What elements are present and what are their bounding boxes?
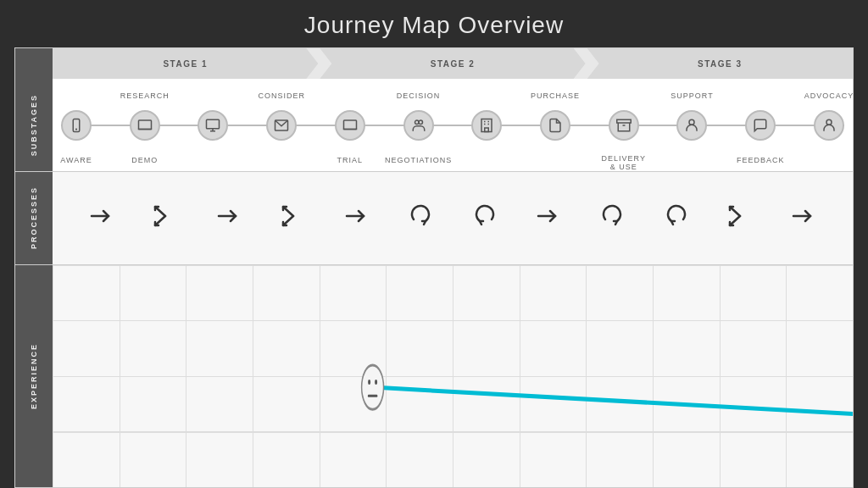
- substage-node-7: PURCHASE: [540, 110, 570, 141]
- svg-rect-2: [138, 120, 151, 130]
- node-label-above-9: SUPPORT: [670, 92, 713, 100]
- stage-1-header: STAGE 1: [53, 48, 318, 79]
- substages-label-cell: SUBSTAGES: [15, 79, 53, 171]
- experience-label: EXPERIENCE: [30, 343, 38, 409]
- node-label-above-1: RESEARCH: [120, 92, 170, 100]
- substage-node-5: DECISIONNEGOTIATIONS: [403, 110, 434, 141]
- stage-spacer: [15, 48, 53, 79]
- substage-node-10: FEEDBACK: [745, 110, 776, 141]
- svg-point-21: [826, 119, 832, 125]
- node-circle-7: [540, 110, 570, 141]
- svg-point-11: [419, 120, 423, 125]
- svg-line-23: [155, 207, 165, 216]
- svg-point-35: [375, 380, 377, 385]
- svg-rect-12: [481, 119, 492, 131]
- node-label-above-5: DECISION: [397, 92, 441, 100]
- svg-rect-8: [343, 120, 356, 130]
- node-label-below-0: AWARE: [60, 156, 92, 164]
- node-label-below-8: DELIVERY & USE: [602, 154, 646, 171]
- process-symbol-3: [280, 200, 307, 236]
- substage-node-6: [471, 110, 502, 141]
- experience-chart: [53, 265, 853, 487]
- processes-label-cell: PROCESSES: [15, 172, 53, 264]
- node-circle-4: [335, 110, 365, 141]
- substages-nodes: AWARERESEARCHDEMOCONSIDERTRIALDECISIONNE…: [61, 110, 844, 141]
- processes-content: [53, 172, 853, 264]
- substage-node-8: DELIVERY & USE: [609, 110, 639, 141]
- node-circle-6: [471, 110, 502, 141]
- node-label-below-5: NEGOTIATIONS: [385, 156, 452, 164]
- svg-point-33: [362, 365, 384, 409]
- substage-node-11: ADVOCACY: [814, 110, 844, 141]
- svg-point-34: [368, 380, 370, 385]
- process-symbol-6: [471, 202, 498, 234]
- node-circle-8: [609, 110, 639, 141]
- node-label-below-10: FEEDBACK: [737, 156, 785, 164]
- substages-label: SUBSTAGES: [30, 94, 38, 156]
- processes-row: PROCESSES: [15, 172, 853, 265]
- process-symbol-10: [726, 200, 754, 236]
- svg-point-20: [689, 119, 694, 125]
- node-circle-2: [198, 110, 228, 141]
- node-circle-1: [130, 110, 160, 141]
- process-symbol-11: [790, 202, 817, 234]
- process-symbol-8: [598, 202, 626, 234]
- process-symbol-0: [88, 202, 115, 234]
- substage-node-0: AWARE: [61, 110, 92, 141]
- emotion-face: [362, 365, 384, 409]
- node-label-above-11: ADVOCACY: [804, 92, 854, 100]
- substages-content: AWARERESEARCHDEMOCONSIDERTRIALDECISIONNE…: [53, 79, 853, 171]
- svg-line-24: [155, 216, 165, 225]
- process-symbol-9: [663, 202, 690, 234]
- experience-content: [53, 265, 853, 487]
- node-circle-10: [745, 110, 776, 141]
- substages-row: SUBSTAGES AWARERESEARCHDEMOCONSIDERTRIAL…: [15, 79, 853, 172]
- svg-line-26: [283, 207, 293, 216]
- experience-label-cell: EXPERIENCE: [15, 265, 53, 487]
- process-symbol-7: [535, 202, 562, 234]
- svg-line-31: [730, 216, 740, 225]
- svg-rect-4: [207, 119, 220, 129]
- substage-node-9: SUPPORT: [676, 110, 707, 141]
- stage-header-row: STAGE 1 STAGE 2 STAGE 3: [15, 48, 853, 79]
- stage-3-header: STAGE 3: [587, 48, 853, 79]
- substage-node-4: TRIAL: [335, 110, 365, 141]
- node-circle-0: [61, 110, 92, 141]
- node-label-above-7: PURCHASE: [531, 92, 580, 100]
- experience-row: EXPERIENCE: [15, 265, 853, 487]
- node-circle-11: [814, 110, 844, 141]
- experience-line: [373, 332, 853, 454]
- stage-2-header: STAGE 2: [320, 48, 585, 79]
- node-circle-3: [266, 110, 297, 141]
- node-label-below-4: TRIAL: [337, 156, 364, 164]
- process-symbol-2: [215, 202, 242, 234]
- processes-label: PROCESSES: [30, 186, 38, 249]
- svg-line-27: [283, 216, 293, 225]
- substage-node-1: RESEARCHDEMO: [130, 110, 160, 141]
- svg-rect-18: [617, 119, 632, 123]
- node-circle-5: [403, 110, 434, 141]
- svg-line-30: [730, 207, 740, 216]
- process-symbol-1: [152, 200, 179, 236]
- substage-node-3: CONSIDER: [266, 110, 297, 141]
- node-label-below-1: DEMO: [131, 156, 158, 164]
- substage-node-2: [198, 110, 228, 141]
- stages-area: STAGE 1 STAGE 2 STAGE 3: [53, 48, 853, 79]
- node-label-above-3: CONSIDER: [258, 92, 305, 100]
- main-container: STAGE 1 STAGE 2 STAGE 3 SUBSTAGES AWARER…: [14, 47, 854, 488]
- process-symbol-5: [407, 202, 434, 234]
- process-symbol-4: [343, 202, 370, 234]
- node-circle-9: [676, 110, 707, 141]
- page-title: Journey Map Overview: [0, 0, 868, 47]
- svg-rect-17: [485, 128, 489, 132]
